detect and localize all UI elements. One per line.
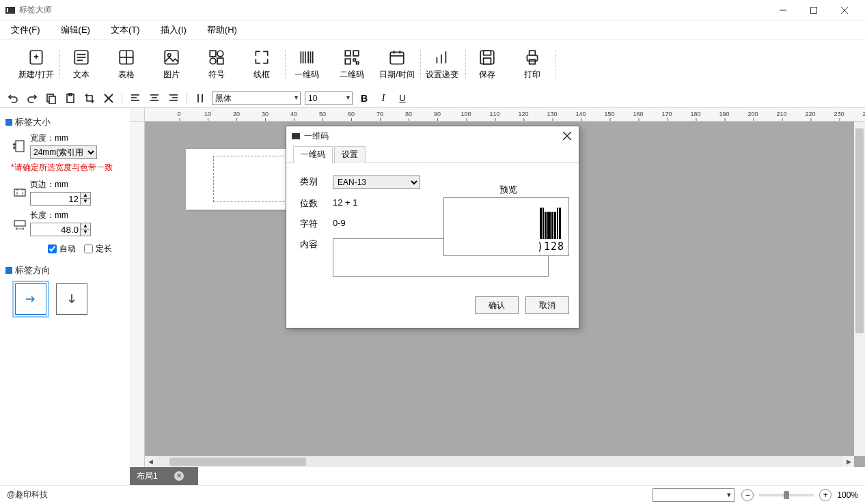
svg-rect-65 <box>14 221 25 226</box>
svg-rect-16 <box>210 51 216 57</box>
format-toolbar: 黑体 10 B I U <box>0 89 865 108</box>
svg-rect-14 <box>165 51 178 64</box>
status-company: @趣印科技 <box>7 489 646 501</box>
align-left-button[interactable] <box>128 91 143 106</box>
barcode-preview: )128 <box>443 197 569 256</box>
tool-image[interactable]: 图片 <box>149 44 194 85</box>
length-label: 长度：mm <box>30 210 91 221</box>
tool-print[interactable]: 打印 <box>510 44 555 85</box>
delete-button[interactable] <box>101 91 116 106</box>
app-logo-icon <box>5 7 15 14</box>
section-label-size: 标签大小 <box>5 116 124 128</box>
close-tab-icon[interactable]: ✕ <box>174 471 184 481</box>
redo-button[interactable] <box>25 91 40 106</box>
dialog-titlebar[interactable]: 一维码 <box>286 126 579 145</box>
dialog-cancel-button[interactable]: 取消 <box>525 296 569 314</box>
paste-button[interactable] <box>63 91 78 106</box>
underline-button[interactable]: U <box>395 91 410 106</box>
width-warning: *请确定所选宽度与色带一致 <box>11 162 124 173</box>
tool-frame[interactable]: 线框 <box>239 44 284 85</box>
tool-table[interactable]: 表格 <box>104 44 149 85</box>
tool-barcode-1d[interactable]: 一维码 <box>284 44 329 85</box>
zoom-in-button[interactable]: + <box>819 489 832 501</box>
crop-button[interactable] <box>82 91 97 106</box>
zoom-slider[interactable] <box>759 494 814 496</box>
status-bar: @趣印科技 − + 100% <box>0 485 865 504</box>
document-tabs: 布局1 ✕ <box>130 467 198 485</box>
separator <box>122 92 122 104</box>
close-button[interactable] <box>829 0 860 20</box>
dialog-tabs: 一维码 设置 <box>286 145 579 163</box>
svg-rect-43 <box>530 59 536 64</box>
content-label: 内容 <box>300 238 333 251</box>
horizontal-ruler: 0102030405060708090100110120130140150160… <box>145 108 865 122</box>
fixed-checkbox[interactable]: 定长 <box>84 243 112 255</box>
window-titlebar: 标签大师 <box>0 0 865 20</box>
horizontal-scrollbar[interactable]: ◀▶ <box>145 456 854 467</box>
svg-rect-29 <box>353 59 355 61</box>
category-select[interactable]: EAN-13 <box>333 176 420 189</box>
length-input[interactable] <box>30 223 81 236</box>
svg-rect-61 <box>16 141 24 152</box>
align-right-button[interactable] <box>166 91 181 106</box>
minimize-button[interactable] <box>767 0 798 20</box>
margin-icon <box>12 185 27 200</box>
vertical-text-button[interactable] <box>193 91 208 106</box>
barcode-dialog: 一维码 一维码 设置 预览 )128 类别 EAN-13 <box>286 126 579 328</box>
menu-file[interactable]: 文件(F) <box>5 23 46 38</box>
barcode-preview-number: )128 <box>537 240 564 253</box>
font-size-select[interactable]: 10 <box>305 92 353 105</box>
svg-point-17 <box>217 51 223 57</box>
svg-rect-1 <box>810 7 816 13</box>
margin-input[interactable] <box>30 192 81 206</box>
width-icon <box>12 139 27 154</box>
vertical-scrollbar[interactable] <box>854 122 865 456</box>
undo-button[interactable] <box>5 91 20 106</box>
dialog-ok-button[interactable]: 确认 <box>475 296 519 314</box>
svg-rect-45 <box>49 96 55 104</box>
bold-button[interactable]: B <box>357 91 372 106</box>
menu-text[interactable]: 文本(T) <box>105 23 146 38</box>
tool-save[interactable]: 保存 <box>465 44 510 85</box>
width-label: 宽度：mm <box>30 132 97 144</box>
status-combo[interactable] <box>653 488 734 502</box>
dialog-tab-settings[interactable]: 设置 <box>334 146 366 163</box>
svg-rect-27 <box>353 51 359 56</box>
tool-symbol[interactable]: 符号 <box>194 44 239 85</box>
copy-button[interactable] <box>44 91 59 106</box>
main-toolbar: 新建/打开 文本 表格 图片 符号 线框 一维码 二维码 日期/时间 设置递变 … <box>0 40 865 89</box>
tool-barcode-2d[interactable]: 二维码 <box>329 44 374 85</box>
tool-datetime[interactable]: 日期/时间 <box>374 44 420 85</box>
zoom-value: 100% <box>837 490 858 500</box>
dialog-logo-icon <box>292 133 300 139</box>
orientation-horizontal[interactable] <box>15 283 46 315</box>
menubar: 文件(F) 编辑(E) 文本(T) 插入(I) 帮助(H) <box>0 20 865 40</box>
menu-help[interactable]: 帮助(H) <box>202 23 243 38</box>
digits-label: 位数 <box>300 197 333 210</box>
auto-checkbox[interactable]: 自动 <box>48 243 76 255</box>
section-label-orientation: 标签方向 <box>5 264 124 277</box>
svg-rect-42 <box>530 51 536 55</box>
menu-insert[interactable]: 插入(I) <box>155 23 192 38</box>
dialog-close-button[interactable] <box>561 130 573 142</box>
margin-label: 页边：mm <box>30 179 91 191</box>
tool-text[interactable]: 文本 <box>59 44 104 85</box>
margin-spinner[interactable]: ▲▼ <box>81 192 91 206</box>
tool-increment[interactable]: 设置递变 <box>420 44 465 85</box>
svg-rect-30 <box>357 61 359 64</box>
font-select[interactable]: 黑体 <box>212 92 301 105</box>
orientation-vertical[interactable] <box>56 283 87 315</box>
chars-label: 字符 <box>300 218 333 230</box>
doc-tab-layout1[interactable]: 布局1 ✕ <box>130 467 198 485</box>
italic-button[interactable]: I <box>376 91 391 106</box>
width-select[interactable]: 24mm(索引用 <box>30 145 97 159</box>
svg-rect-28 <box>345 59 351 64</box>
chars-value: 0-9 <box>333 218 346 228</box>
dialog-tab-barcode[interactable]: 一维码 <box>293 146 333 163</box>
align-center-button[interactable] <box>147 91 162 106</box>
zoom-out-button[interactable]: − <box>741 489 754 501</box>
menu-edit[interactable]: 编辑(E) <box>55 23 96 38</box>
length-spinner[interactable]: ▲▼ <box>81 223 91 236</box>
tool-new-open[interactable]: 新建/打开 <box>14 44 59 85</box>
maximize-button[interactable] <box>798 0 829 20</box>
